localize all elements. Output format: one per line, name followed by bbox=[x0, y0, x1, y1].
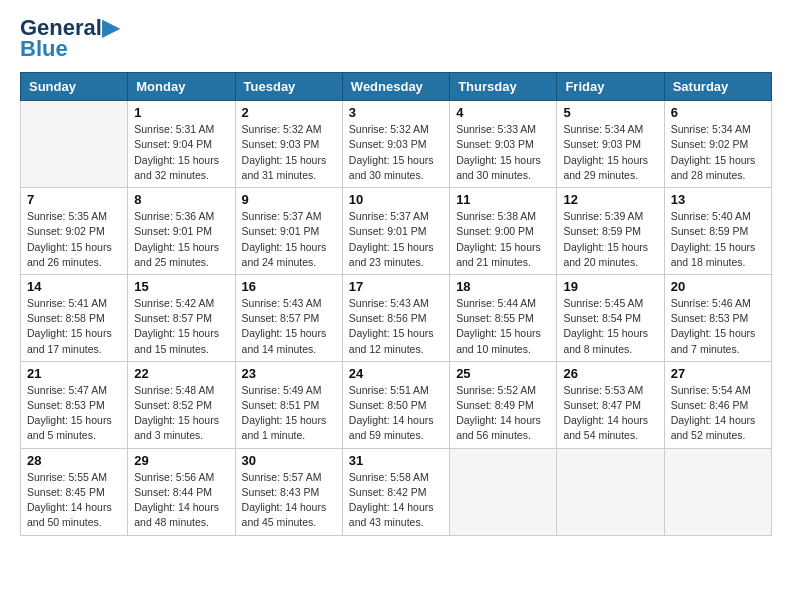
day-detail: Sunrise: 5:32 AMSunset: 9:03 PMDaylight:… bbox=[242, 122, 336, 183]
calendar-cell: 4Sunrise: 5:33 AMSunset: 9:03 PMDaylight… bbox=[450, 101, 557, 188]
day-detail: Sunrise: 5:42 AMSunset: 8:57 PMDaylight:… bbox=[134, 296, 228, 357]
day-detail: Sunrise: 5:49 AMSunset: 8:51 PMDaylight:… bbox=[242, 383, 336, 444]
day-number: 9 bbox=[242, 192, 336, 207]
day-detail: Sunrise: 5:33 AMSunset: 9:03 PMDaylight:… bbox=[456, 122, 550, 183]
day-detail: Sunrise: 5:57 AMSunset: 8:43 PMDaylight:… bbox=[242, 470, 336, 531]
day-number: 23 bbox=[242, 366, 336, 381]
calendar-week-row: 21Sunrise: 5:47 AMSunset: 8:53 PMDayligh… bbox=[21, 361, 772, 448]
day-number: 10 bbox=[349, 192, 443, 207]
calendar-cell: 24Sunrise: 5:51 AMSunset: 8:50 PMDayligh… bbox=[342, 361, 449, 448]
calendar-cell: 30Sunrise: 5:57 AMSunset: 8:43 PMDayligh… bbox=[235, 448, 342, 535]
col-header-tuesday: Tuesday bbox=[235, 73, 342, 101]
day-number: 18 bbox=[456, 279, 550, 294]
calendar-cell bbox=[450, 448, 557, 535]
calendar-cell: 25Sunrise: 5:52 AMSunset: 8:49 PMDayligh… bbox=[450, 361, 557, 448]
col-header-monday: Monday bbox=[128, 73, 235, 101]
col-header-thursday: Thursday bbox=[450, 73, 557, 101]
day-detail: Sunrise: 5:47 AMSunset: 8:53 PMDaylight:… bbox=[27, 383, 121, 444]
calendar-cell: 21Sunrise: 5:47 AMSunset: 8:53 PMDayligh… bbox=[21, 361, 128, 448]
calendar-cell: 2Sunrise: 5:32 AMSunset: 9:03 PMDaylight… bbox=[235, 101, 342, 188]
col-header-wednesday: Wednesday bbox=[342, 73, 449, 101]
calendar-cell: 3Sunrise: 5:32 AMSunset: 9:03 PMDaylight… bbox=[342, 101, 449, 188]
day-number: 16 bbox=[242, 279, 336, 294]
day-number: 4 bbox=[456, 105, 550, 120]
day-number: 5 bbox=[563, 105, 657, 120]
calendar-cell: 5Sunrise: 5:34 AMSunset: 9:03 PMDaylight… bbox=[557, 101, 664, 188]
day-detail: Sunrise: 5:36 AMSunset: 9:01 PMDaylight:… bbox=[134, 209, 228, 270]
day-detail: Sunrise: 5:41 AMSunset: 8:58 PMDaylight:… bbox=[27, 296, 121, 357]
day-detail: Sunrise: 5:43 AMSunset: 8:57 PMDaylight:… bbox=[242, 296, 336, 357]
calendar-cell: 31Sunrise: 5:58 AMSunset: 8:42 PMDayligh… bbox=[342, 448, 449, 535]
day-number: 11 bbox=[456, 192, 550, 207]
day-number: 7 bbox=[27, 192, 121, 207]
calendar-cell: 26Sunrise: 5:53 AMSunset: 8:47 PMDayligh… bbox=[557, 361, 664, 448]
calendar-cell: 27Sunrise: 5:54 AMSunset: 8:46 PMDayligh… bbox=[664, 361, 771, 448]
calendar-cell: 15Sunrise: 5:42 AMSunset: 8:57 PMDayligh… bbox=[128, 274, 235, 361]
calendar-cell: 28Sunrise: 5:55 AMSunset: 8:45 PMDayligh… bbox=[21, 448, 128, 535]
page: General▶ Blue SundayMondayTuesdayWednesd… bbox=[0, 0, 792, 552]
calendar-cell: 16Sunrise: 5:43 AMSunset: 8:57 PMDayligh… bbox=[235, 274, 342, 361]
col-header-friday: Friday bbox=[557, 73, 664, 101]
day-number: 6 bbox=[671, 105, 765, 120]
calendar-cell bbox=[664, 448, 771, 535]
day-number: 24 bbox=[349, 366, 443, 381]
day-number: 26 bbox=[563, 366, 657, 381]
day-detail: Sunrise: 5:31 AMSunset: 9:04 PMDaylight:… bbox=[134, 122, 228, 183]
day-number: 8 bbox=[134, 192, 228, 207]
day-number: 22 bbox=[134, 366, 228, 381]
calendar-cell: 20Sunrise: 5:46 AMSunset: 8:53 PMDayligh… bbox=[664, 274, 771, 361]
day-number: 17 bbox=[349, 279, 443, 294]
calendar-cell: 11Sunrise: 5:38 AMSunset: 9:00 PMDayligh… bbox=[450, 188, 557, 275]
day-detail: Sunrise: 5:35 AMSunset: 9:02 PMDaylight:… bbox=[27, 209, 121, 270]
calendar-cell: 8Sunrise: 5:36 AMSunset: 9:01 PMDaylight… bbox=[128, 188, 235, 275]
calendar-cell: 1Sunrise: 5:31 AMSunset: 9:04 PMDaylight… bbox=[128, 101, 235, 188]
day-number: 2 bbox=[242, 105, 336, 120]
day-detail: Sunrise: 5:58 AMSunset: 8:42 PMDaylight:… bbox=[349, 470, 443, 531]
calendar-cell: 6Sunrise: 5:34 AMSunset: 9:02 PMDaylight… bbox=[664, 101, 771, 188]
day-detail: Sunrise: 5:52 AMSunset: 8:49 PMDaylight:… bbox=[456, 383, 550, 444]
day-number: 14 bbox=[27, 279, 121, 294]
calendar-cell: 17Sunrise: 5:43 AMSunset: 8:56 PMDayligh… bbox=[342, 274, 449, 361]
calendar-week-row: 28Sunrise: 5:55 AMSunset: 8:45 PMDayligh… bbox=[21, 448, 772, 535]
day-detail: Sunrise: 5:53 AMSunset: 8:47 PMDaylight:… bbox=[563, 383, 657, 444]
calendar-cell bbox=[21, 101, 128, 188]
day-detail: Sunrise: 5:40 AMSunset: 8:59 PMDaylight:… bbox=[671, 209, 765, 270]
day-number: 21 bbox=[27, 366, 121, 381]
calendar-cell: 22Sunrise: 5:48 AMSunset: 8:52 PMDayligh… bbox=[128, 361, 235, 448]
calendar-cell: 7Sunrise: 5:35 AMSunset: 9:02 PMDaylight… bbox=[21, 188, 128, 275]
day-number: 27 bbox=[671, 366, 765, 381]
day-detail: Sunrise: 5:48 AMSunset: 8:52 PMDaylight:… bbox=[134, 383, 228, 444]
day-number: 20 bbox=[671, 279, 765, 294]
day-number: 25 bbox=[456, 366, 550, 381]
day-number: 1 bbox=[134, 105, 228, 120]
day-number: 31 bbox=[349, 453, 443, 468]
day-detail: Sunrise: 5:46 AMSunset: 8:53 PMDaylight:… bbox=[671, 296, 765, 357]
day-number: 28 bbox=[27, 453, 121, 468]
calendar-cell: 14Sunrise: 5:41 AMSunset: 8:58 PMDayligh… bbox=[21, 274, 128, 361]
logo: General▶ Blue bbox=[20, 16, 119, 62]
calendar-cell: 29Sunrise: 5:56 AMSunset: 8:44 PMDayligh… bbox=[128, 448, 235, 535]
calendar-cell: 23Sunrise: 5:49 AMSunset: 8:51 PMDayligh… bbox=[235, 361, 342, 448]
day-detail: Sunrise: 5:34 AMSunset: 9:03 PMDaylight:… bbox=[563, 122, 657, 183]
day-detail: Sunrise: 5:54 AMSunset: 8:46 PMDaylight:… bbox=[671, 383, 765, 444]
day-number: 30 bbox=[242, 453, 336, 468]
calendar-header-row: SundayMondayTuesdayWednesdayThursdayFrid… bbox=[21, 73, 772, 101]
calendar-cell: 9Sunrise: 5:37 AMSunset: 9:01 PMDaylight… bbox=[235, 188, 342, 275]
calendar-cell: 13Sunrise: 5:40 AMSunset: 8:59 PMDayligh… bbox=[664, 188, 771, 275]
day-detail: Sunrise: 5:34 AMSunset: 9:02 PMDaylight:… bbox=[671, 122, 765, 183]
day-number: 15 bbox=[134, 279, 228, 294]
day-detail: Sunrise: 5:43 AMSunset: 8:56 PMDaylight:… bbox=[349, 296, 443, 357]
day-detail: Sunrise: 5:37 AMSunset: 9:01 PMDaylight:… bbox=[242, 209, 336, 270]
day-number: 29 bbox=[134, 453, 228, 468]
day-number: 12 bbox=[563, 192, 657, 207]
day-detail: Sunrise: 5:56 AMSunset: 8:44 PMDaylight:… bbox=[134, 470, 228, 531]
logo-blue: Blue bbox=[20, 36, 68, 62]
calendar-cell: 12Sunrise: 5:39 AMSunset: 8:59 PMDayligh… bbox=[557, 188, 664, 275]
day-detail: Sunrise: 5:32 AMSunset: 9:03 PMDaylight:… bbox=[349, 122, 443, 183]
header: General▶ Blue bbox=[20, 16, 772, 62]
day-detail: Sunrise: 5:37 AMSunset: 9:01 PMDaylight:… bbox=[349, 209, 443, 270]
calendar-week-row: 7Sunrise: 5:35 AMSunset: 9:02 PMDaylight… bbox=[21, 188, 772, 275]
day-detail: Sunrise: 5:44 AMSunset: 8:55 PMDaylight:… bbox=[456, 296, 550, 357]
calendar-cell: 10Sunrise: 5:37 AMSunset: 9:01 PMDayligh… bbox=[342, 188, 449, 275]
day-number: 13 bbox=[671, 192, 765, 207]
